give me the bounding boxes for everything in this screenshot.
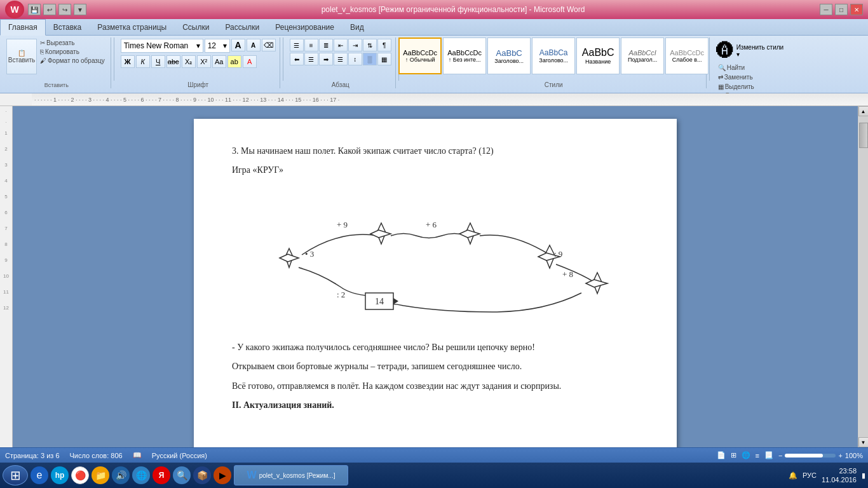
font-dropdown-icon: ▾ xyxy=(196,41,200,50)
language-button[interactable]: РУС xyxy=(803,471,817,479)
tab-home[interactable]: Главная xyxy=(0,19,46,36)
line-spacing-button[interactable]: ↕ xyxy=(348,53,362,65)
status-right: 📄 ⊞ 🌐 ≡ 📃 − + 100% xyxy=(717,451,863,459)
view-fullscreen-button[interactable]: ⊞ xyxy=(731,451,736,459)
clear-format-button[interactable]: ⌫ xyxy=(262,39,276,51)
taskbar-package-icon[interactable]: 📦 xyxy=(193,466,211,484)
font-grow-button[interactable]: A xyxy=(231,39,245,51)
view-outline-button[interactable]: ≡ xyxy=(756,452,759,459)
tab-mailings[interactable]: Рассылки xyxy=(217,19,268,35)
scroll-thumb[interactable] xyxy=(859,123,868,148)
justify-button[interactable]: ☰ xyxy=(334,53,348,65)
label-plus8: + 8 xyxy=(562,269,573,279)
dropdown-quick-btn[interactable]: ▼ xyxy=(74,4,86,15)
paste-button[interactable]: 📋 Вставить xyxy=(6,39,37,74)
style-title[interactable]: AaBbC Название xyxy=(576,37,620,74)
language-indicator[interactable]: Русский (Россия) xyxy=(152,452,207,459)
replace-button[interactable]: ⇄ Заменить xyxy=(716,73,783,81)
bold-button[interactable]: Ж xyxy=(121,55,135,68)
view-web-button[interactable]: 🌐 xyxy=(742,451,750,459)
subscript-button[interactable]: X₂ xyxy=(182,55,196,68)
multilevel-list-button[interactable]: ≣ xyxy=(319,39,333,51)
scroll-down-button[interactable]: ▼ xyxy=(858,437,869,447)
copy-button[interactable]: ⎘ Копировать xyxy=(38,48,107,56)
taskbar-media-icon[interactable]: 🔊 xyxy=(112,466,130,484)
change-styles-button[interactable]: 🅐 xyxy=(716,40,734,61)
strikethrough-button[interactable]: abc xyxy=(166,55,180,68)
format-painter-button[interactable]: 🖌 Формат по образцу xyxy=(38,57,107,65)
style-subtitle[interactable]: AaBbCcI Подзагол... xyxy=(621,37,664,74)
close-button[interactable]: ✕ xyxy=(850,4,863,15)
style-heading1[interactable]: AaBbC Заголово... xyxy=(487,37,531,74)
view-draft-button[interactable]: 📃 xyxy=(764,451,773,459)
decrease-indent-button[interactable]: ⇤ xyxy=(334,39,348,51)
star-br-h xyxy=(586,280,607,287)
line-5 xyxy=(378,293,581,312)
zoom-plus-button[interactable]: + xyxy=(838,452,842,459)
cut-button[interactable]: ✂ Вырезать xyxy=(38,39,107,47)
paragraph-5: Всё готово, отправляемся в полёт. На каж… xyxy=(232,379,639,393)
taskbar-explorer-icon[interactable]: 📁 xyxy=(92,466,109,484)
border-button[interactable]: ▦ xyxy=(377,53,391,65)
style-heading2[interactable]: AaBbCa Заголово... xyxy=(532,37,575,74)
align-right-button[interactable]: ➡ xyxy=(319,53,333,65)
taskbar-video-icon[interactable]: ▶ xyxy=(214,466,231,484)
zoom-track[interactable] xyxy=(785,454,836,458)
office-button[interactable]: W xyxy=(5,1,24,18)
font-group-label: Шрифт xyxy=(187,80,208,88)
ribbon-content: 📋 Вставить ✂ Вырезать ⎘ Копировать 🖌 Фор… xyxy=(0,36,868,93)
taskbar-search-icon[interactable]: 🔍 xyxy=(173,466,191,484)
italic-button[interactable]: К xyxy=(136,55,150,68)
taskbar-chrome-icon[interactable]: 🔴 xyxy=(71,466,89,484)
tab-layout[interactable]: Разметка страницы xyxy=(90,19,175,35)
undo-quick-btn[interactable]: ↩ xyxy=(43,4,56,15)
word-count[interactable]: Число слов: 806 xyxy=(70,452,123,459)
highlight-button[interactable]: ab xyxy=(227,55,241,68)
sort-button[interactable]: ⇅ xyxy=(363,39,377,51)
taskbar-network-icon[interactable]: 🌐 xyxy=(132,466,150,484)
superscript-button[interactable]: X² xyxy=(197,55,211,68)
clock: 23:58 11.04.2016 xyxy=(822,466,857,485)
style-no-spacing[interactable]: AaBbCcDc ↑ Без инте... xyxy=(443,37,486,74)
font-color-button[interactable]: A xyxy=(243,55,257,68)
save-quick-btn[interactable]: 💾 xyxy=(28,4,41,15)
tab-references[interactable]: Ссылки xyxy=(175,19,217,35)
font-size-selector[interactable]: 12 ▾ xyxy=(205,39,230,53)
underline-button[interactable]: Ч xyxy=(151,55,165,68)
show-marks-button[interactable]: ¶ xyxy=(377,39,391,51)
zoom-minus-button[interactable]: − xyxy=(778,452,782,459)
style-subtle[interactable]: AaBbCcDc Слабое в... xyxy=(665,37,709,74)
show-desktop-button[interactable]: ▮ xyxy=(862,471,865,480)
find-button[interactable]: 🔍 Найти xyxy=(716,64,783,72)
taskbar-ie-icon[interactable]: e xyxy=(31,466,48,484)
clear-format-icon: ⌫ xyxy=(264,41,274,50)
font-name-selector[interactable]: Times New Roman ▾ xyxy=(121,39,203,53)
align-left-button[interactable]: ⬅ xyxy=(290,53,304,65)
bullet-list-button[interactable]: ☰ xyxy=(290,39,304,51)
redo-quick-btn[interactable]: ↪ xyxy=(58,4,71,15)
change-case-button[interactable]: Аа xyxy=(212,55,226,68)
zoom-level[interactable]: 100% xyxy=(845,452,863,459)
scroll-track[interactable] xyxy=(859,116,868,437)
align-center-button[interactable]: ☰ xyxy=(304,53,318,65)
tab-insert[interactable]: Вставка xyxy=(46,19,90,35)
shading-button[interactable]: ░ xyxy=(363,53,377,65)
increase-indent-button[interactable]: ⇥ xyxy=(348,39,362,51)
taskbar-yandex-icon[interactable]: Я xyxy=(153,466,170,484)
scroll-up-button[interactable]: ▲ xyxy=(858,106,869,116)
select-button[interactable]: ▦ Выделить xyxy=(716,83,783,91)
font-shrink-button[interactable]: A xyxy=(247,39,261,51)
maximize-button[interactable]: □ xyxy=(835,4,848,15)
start-button[interactable]: ⊞ xyxy=(3,465,28,485)
tab-review[interactable]: Рецензирование xyxy=(268,19,342,35)
minimize-button[interactable]: ─ xyxy=(820,4,832,15)
numbered-list-button[interactable]: ≡ xyxy=(304,39,318,51)
taskbar-word-button[interactable]: W polet_v_kosmos [Режим...] xyxy=(234,465,348,485)
style-normal[interactable]: AaBbCcDc ↑ Обычный xyxy=(398,37,442,74)
view-print-button[interactable]: 📄 xyxy=(717,451,726,459)
label-start: • 3 xyxy=(305,249,314,259)
tab-view[interactable]: Вид xyxy=(342,19,372,35)
page-info[interactable]: Страница: 3 из 6 xyxy=(5,452,60,459)
change-styles-label-group: Изменить стили ▾ xyxy=(736,44,783,58)
taskbar-hp-icon[interactable]: hp xyxy=(51,466,69,484)
